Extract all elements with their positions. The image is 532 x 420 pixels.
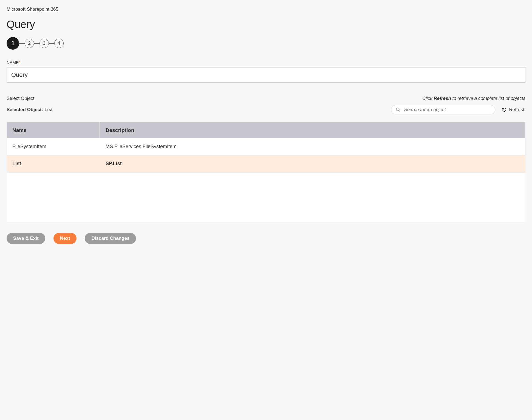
step-connector [34,43,39,44]
search-container[interactable] [391,105,495,114]
step-connector [19,43,25,44]
step-connector [49,43,54,44]
svg-line-1 [399,110,400,111]
hint-prefix: Click [422,96,434,101]
refresh-button[interactable]: Refresh [502,107,525,112]
refresh-hint: Click Refresh to retrieve a complete lis… [422,96,525,101]
svg-point-0 [397,108,400,111]
selected-prefix: Selected Object: [7,107,44,112]
hint-suffix: to retrieve a complete list of objects [451,96,525,101]
cell-description: MS.FileServices.FileSystemItem [100,138,525,155]
cell-name: FileSystemItem [7,138,100,155]
next-button[interactable]: Next [53,233,77,244]
search-icon [396,107,401,112]
name-label-text: NAME [7,60,19,65]
col-header-name[interactable]: Name [7,122,100,138]
hint-bold: Refresh [434,96,451,101]
save-exit-button[interactable]: Save & Exit [7,233,45,244]
wizard-stepper: 1234 [7,37,525,50]
breadcrumb-link[interactable]: Microsoft Sharepoint 365 [7,7,58,12]
object-table: Name Description FileSystemItemMS.FileSe… [7,122,525,173]
table-row[interactable]: ListSP.List [7,155,525,172]
table-empty-space [7,173,525,222]
select-object-title: Select Object [7,96,34,101]
step-2[interactable]: 2 [25,39,34,48]
step-3[interactable]: 3 [39,39,49,48]
step-1[interactable]: 1 [7,37,19,50]
step-4[interactable]: 4 [54,39,64,48]
name-input[interactable] [7,67,525,83]
required-asterisk: * [19,60,21,65]
discard-button[interactable]: Discard Changes [85,233,136,244]
refresh-icon [502,107,507,112]
page-title: Query [7,19,525,30]
selected-object-label: Selected Object: List [7,107,53,112]
col-header-description[interactable]: Description [100,122,525,138]
search-input[interactable] [401,107,491,112]
refresh-label: Refresh [509,107,525,112]
selected-value: List [44,107,53,112]
cell-description: SP.List [100,155,525,172]
cell-name: List [7,155,100,172]
name-field-label: NAME* [7,60,525,65]
table-row[interactable]: FileSystemItemMS.FileServices.FileSystem… [7,138,525,155]
